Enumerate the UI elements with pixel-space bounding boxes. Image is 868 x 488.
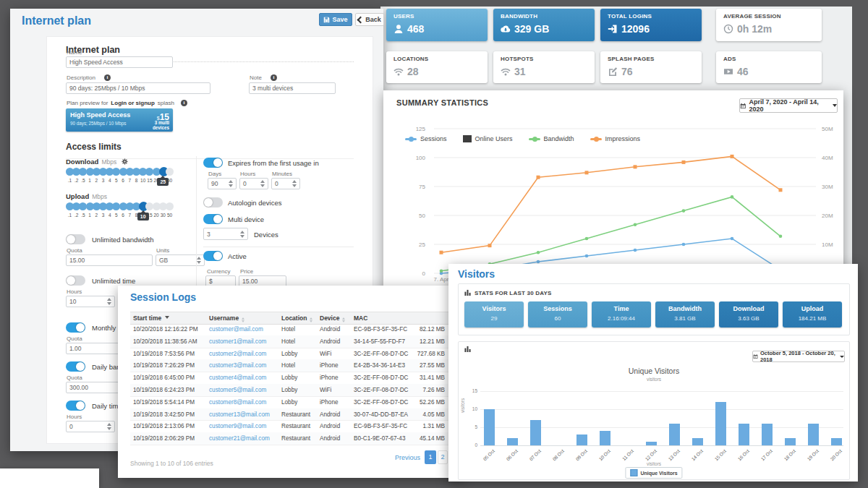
column-header-device[interactable]: Device [320, 314, 345, 322]
bar-legend[interactable]: Unique Visitors [625, 467, 682, 479]
expires-days-input[interactable]: 90 [208, 178, 237, 189]
spinner-icon[interactable] [292, 180, 297, 187]
username-link[interactable]: customer9@mail.com [209, 423, 266, 429]
table-cell-size: 7.26 MB [387, 387, 445, 393]
spinner-icon[interactable] [240, 231, 244, 238]
preview-label-prefix: Plan preview for [67, 100, 108, 106]
table-cell: 10/19/2018 7:26:29 PM [133, 362, 195, 369]
username-link[interactable]: customer1@mail.com [209, 338, 266, 345]
visitor-stat-visitors: Visitors29 [464, 301, 524, 328]
bar [715, 402, 726, 445]
preview-plan-name: High Speed Access [70, 111, 130, 119]
name-label: Name [67, 49, 82, 56]
column-header-mac[interactable]: MAC [354, 314, 367, 322]
expires-minutes-input[interactable]: 0 [271, 178, 300, 189]
gear-icon[interactable] [122, 158, 128, 165]
legend-item[interactable]: Online Users [463, 135, 513, 142]
bandwidth-units-select[interactable]: GB [156, 254, 205, 266]
legend-marker [529, 138, 540, 140]
legend-item[interactable]: Sessions [405, 135, 447, 142]
bar-y-tick: 5 [464, 424, 477, 429]
daily-bandwidth-toggle[interactable] [66, 361, 85, 372]
back-button[interactable]: Back [355, 13, 384, 26]
spinner-icon[interactable] [107, 298, 111, 305]
username-link[interactable]: customer3@mail.com [209, 362, 266, 369]
download-unit-label: Mbps [101, 158, 116, 166]
username-link[interactable]: customer2@mail.com [209, 351, 266, 357]
table-row: 10/19/2018 2:13:06 PMcustomer9@mail.comR… [130, 420, 461, 433]
visitor-stat-value: 184.21 MB [783, 315, 842, 322]
column-header-username[interactable]: Username [209, 314, 244, 322]
column-header-location[interactable]: Location [281, 314, 312, 322]
table-cell: iPhone [320, 362, 339, 369]
preview-label-suffix: splash [158, 100, 174, 106]
bandwidth-quota-input[interactable]: 15.00 [66, 254, 153, 266]
legend-item[interactable]: Impressions [590, 135, 641, 142]
bar-gridline [480, 391, 843, 392]
unlimited-time-toggle[interactable] [66, 275, 85, 286]
daily-time-toggle[interactable] [66, 401, 85, 411]
visitors-stats-header: STATS FOR LAST 30 DAYS [475, 290, 552, 296]
active-toggle[interactable] [203, 251, 223, 261]
visitor-stat-sessions: Sessions60 [528, 301, 587, 328]
expires-hours-input[interactable]: 0 [239, 178, 268, 189]
username-link[interactable]: customer21@mail.com [209, 435, 270, 442]
date-range-button[interactable]: April 7, 2020 - April 14, 2020 [739, 98, 838, 113]
slider-tooltip: 10 [137, 213, 149, 221]
username-link[interactable]: customer4@mail.com [209, 374, 266, 381]
date-range-button[interactable]: October 5, 2018 - October 20, 2018 [752, 351, 845, 362]
table-cell: 10/19/2018 2:13:06 PM [133, 423, 195, 429]
pagination-previous[interactable]: Previous [395, 454, 420, 461]
note-value: 3 multi devices [252, 85, 293, 92]
monthly-bandwidth-toggle[interactable] [66, 322, 85, 333]
description-label-row: Description [67, 74, 111, 81]
table-cell: Lobby [281, 387, 297, 393]
days-label: Days [208, 171, 221, 177]
name-input[interactable]: High Speed Access [66, 56, 173, 68]
username-link[interactable]: customer@mail.com [209, 326, 263, 333]
spinner-icon[interactable] [260, 180, 265, 187]
sort-desc-icon [165, 316, 169, 319]
table-cell: Lobby [281, 374, 297, 381]
table-cell: Android [320, 435, 340, 442]
daily-hours-input[interactable]: 0 [66, 421, 115, 432]
username-link[interactable]: customer8@mail.com [209, 399, 266, 406]
visitor-stat-label: Upload [783, 305, 842, 312]
preview-plan-devices: 3 multi devices [153, 120, 169, 130]
legend-marker [463, 135, 472, 142]
visitor-stat-label: Time [592, 305, 651, 312]
unlimited-bandwidth-toggle[interactable] [66, 234, 85, 244]
pagination-page-2[interactable]: 2 [438, 450, 448, 464]
legend-label: Online Users [475, 135, 513, 142]
spinner-icon[interactable] [229, 180, 233, 187]
column-header-start-time[interactable]: Start time [133, 314, 169, 322]
multi-device-toggle[interactable] [203, 214, 223, 224]
autologin-toggle[interactable] [203, 197, 223, 207]
expires-toggle[interactable] [203, 158, 223, 168]
legend-item[interactable]: Bandwidth [529, 135, 574, 142]
save-button[interactable]: Save [319, 13, 352, 26]
table-cell: Lobby [281, 351, 297, 357]
devices-input[interactable]: 3 [203, 228, 248, 240]
download-slider[interactable]: .1.2.512345678101520255025 [66, 168, 193, 188]
table-cell: 10/19/2018 3:42:50 PM [133, 411, 195, 418]
currency-label: Currency [207, 268, 230, 275]
username-link[interactable]: customer5@mail.com [209, 387, 266, 393]
time-hours-input[interactable]: 10 [66, 296, 115, 307]
pagination-page-1[interactable]: 1 [425, 450, 436, 464]
bar-gridline [480, 445, 843, 446]
legend-label: Unique Visitors [640, 471, 677, 476]
bar [576, 435, 587, 445]
description-input[interactable]: 90 days: 25Mbps / 10 Mbps [66, 82, 210, 94]
spinner-icon[interactable] [107, 423, 111, 430]
username-link[interactable]: customer13@mail.com [209, 411, 270, 418]
preview-label-bold: Login or signup [111, 100, 154, 106]
y-axis-tick-left: 125 [404, 126, 425, 132]
upload-slider[interactable]: .1.2.512345678101520305010 [66, 202, 193, 223]
multi-device-label: Multi device [228, 215, 264, 223]
note-input[interactable]: 3 multi devices [249, 82, 336, 94]
table-cell: Hotel [281, 362, 295, 369]
description-label: Description [67, 74, 95, 81]
table-cell: iPhone [320, 374, 339, 381]
tooltip-arrow [141, 210, 145, 213]
